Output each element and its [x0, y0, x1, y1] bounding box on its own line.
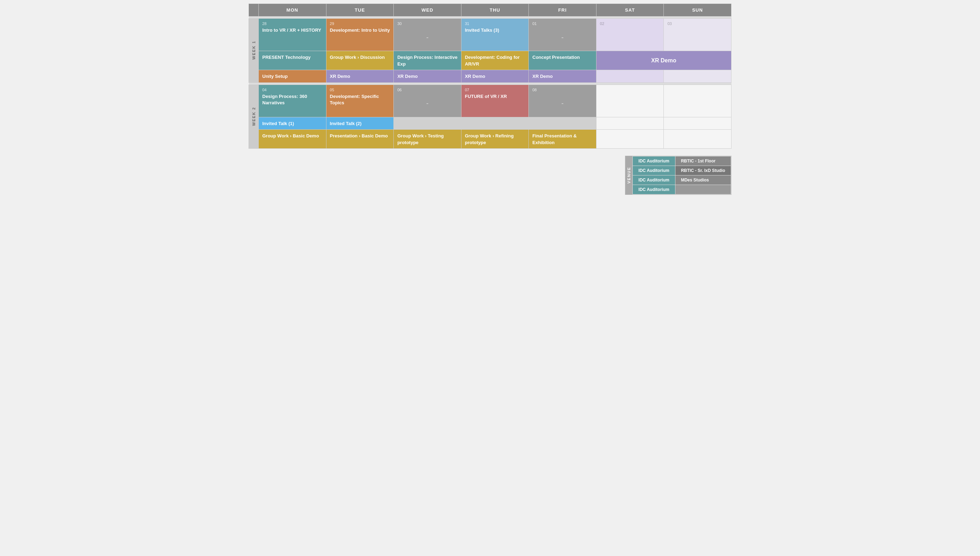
- w1r2-thu: Development: Coding for AR/VR: [461, 51, 529, 70]
- header-row: MON TUE WED THU FRI SAT SUN: [249, 4, 732, 16]
- w2r3-fri: Final Presentation & Exhibition: [529, 130, 596, 149]
- week1-label: WEEK 1: [249, 19, 259, 83]
- w2r1-thu: 07 FUTURE of VR / XR: [461, 84, 529, 117]
- header-sat: SAT: [596, 4, 664, 16]
- w2r2-sat: [596, 117, 664, 130]
- venue-label: VENUE: [625, 156, 632, 194]
- w2r1-wed-dash: -: [397, 93, 458, 114]
- w1r2-fri-title: Concept Presentation: [532, 55, 580, 60]
- w2r1-tue: 05 Development: Specific Topics: [326, 84, 394, 117]
- w1r1-sun-num: 03: [667, 21, 727, 26]
- w1r1-tue: 29 Development: Intro to Unity: [326, 19, 394, 51]
- week1-row3: Unity Setup XR Demo XR Demo XR Demo XR D…: [249, 70, 732, 83]
- legend-table: IDC Auditorium RBTIC - 1st Floor IDC Aud…: [632, 156, 731, 194]
- w1r1-sat: 02: [596, 19, 664, 51]
- legend-r4-right: [675, 185, 731, 194]
- w1r1-sat-num: 02: [600, 21, 660, 26]
- w2r1-wed: 06 -: [394, 84, 462, 117]
- w2r1-fri-num: 08: [532, 88, 593, 92]
- w1r1-sun: 03: [664, 19, 732, 51]
- w1r1-fri: 01 -: [529, 19, 596, 51]
- legend-container: VENUE IDC Auditorium RBTIC - 1st Floor I…: [248, 156, 732, 195]
- w1r2-wed: Design Process: Interactive Exp: [394, 51, 462, 70]
- w1r1-fri-dash: -: [532, 27, 593, 48]
- week2-row2: Invited Talk (1) Invited Talk (2): [249, 117, 732, 130]
- week2-row1: WEEK 2 04 Design Process: 360 Narratives…: [249, 84, 732, 117]
- w1r1-wed-num: 30: [397, 21, 458, 26]
- w2r1-mon-title: Design Process: 360 Narratives: [262, 94, 307, 106]
- header-mon: MON: [259, 4, 326, 16]
- w1r2-xrdemo-title: XR Demo: [651, 57, 676, 63]
- w1r3-wed: XR Demo: [394, 70, 462, 83]
- w1r1-mon: 28 Intro to VR / XR + HISTORY: [259, 19, 326, 51]
- w1r2-tue-title: Group Work › Discussion: [330, 55, 385, 60]
- week1-row1: WEEK 1 28 Intro to VR / XR + HISTORY 29 …: [249, 19, 732, 51]
- w2r1-wed-num: 06: [397, 88, 458, 92]
- header-tue: TUE: [326, 4, 394, 16]
- w1r2-mon-title: PRESENT Technology: [262, 55, 311, 60]
- w1r1-mon-num: 28: [262, 21, 322, 26]
- w2r3-tue-title: Presentation › Basic Demo: [330, 133, 388, 139]
- w1r2-sat-sun: XR Demo: [596, 51, 731, 70]
- legend-r4-left: IDC Auditorium: [633, 185, 675, 194]
- calendar-table: MON TUE WED THU FRI SAT SUN WEEK 1: [248, 3, 732, 149]
- legend-wrapper: VENUE IDC Auditorium RBTIC - 1st Floor I…: [625, 156, 732, 195]
- w2r2-tue-title: Invited Talk (2): [330, 121, 362, 126]
- header-wed: WED: [394, 4, 462, 16]
- w2r1-sat: [596, 84, 664, 117]
- corner-cell: [249, 4, 259, 16]
- w1r2-fri: Concept Presentation: [529, 51, 596, 70]
- legend-r2-right: RBTIC - Sr. IxD Studio: [675, 166, 731, 175]
- w2r1-tue-title: Development: Specific Topics: [330, 94, 379, 106]
- w2r1-thu-title: FUTURE of VR / XR: [465, 94, 507, 99]
- w1r1-wed-dash: -: [397, 27, 458, 48]
- w2r1-mon: 04 Design Process: 360 Narratives: [259, 84, 326, 117]
- w1r3-thu: XR Demo: [461, 70, 529, 83]
- w2r3-sun: [664, 130, 732, 149]
- w1r3-sun: [664, 70, 732, 83]
- w1r3-wed-title: XR Demo: [397, 74, 418, 79]
- week2-label-text: WEEK 2: [252, 107, 256, 126]
- w2r1-sun: [664, 84, 732, 117]
- w1r3-mon: Unity Setup: [259, 70, 326, 83]
- w1r2-tue: Group Work › Discussion: [326, 51, 394, 70]
- w1r1-fri-num: 01: [532, 21, 593, 26]
- w1r1-thu-title: Invited Talks (3): [465, 27, 499, 33]
- w1r1-thu-num: 31: [465, 21, 525, 26]
- w2r2-mon-title: Invited Talk (1): [262, 121, 294, 126]
- w2r3-thu-title: Group Work › Refining prototype: [465, 133, 513, 145]
- legend-r3-right: MDes Studios: [675, 175, 731, 185]
- w2r2-tue: Invited Talk (2): [326, 117, 394, 130]
- w1r3-fri: XR Demo: [529, 70, 596, 83]
- w1r3-sat: [596, 70, 664, 83]
- legend-r1-right: RBTIC - 1st Floor: [675, 157, 731, 166]
- legend-row4: IDC Auditorium: [633, 185, 731, 194]
- week2-label: WEEK 2: [249, 84, 259, 149]
- w1r1-tue-title: Development: Intro to Unity: [330, 27, 390, 33]
- w2r1-tue-num: 05: [330, 88, 390, 92]
- w1r2-mon: PRESENT Technology: [259, 51, 326, 70]
- w1r1-thu: 31 Invited Talks (3): [461, 19, 529, 51]
- w2r1-fri-dash: -: [532, 93, 593, 114]
- w2r3-fri-title: Final Presentation & Exhibition: [532, 133, 577, 145]
- w1r3-thu-title: XR Demo: [465, 74, 486, 79]
- w2r3-mon: Group Work › Basic Demo: [259, 130, 326, 149]
- week1-label-text: WEEK 1: [252, 40, 256, 60]
- w2r3-wed: Group Work › Testing prototype: [394, 130, 462, 149]
- w1r1-wed: 30 -: [394, 19, 462, 51]
- w1r1-mon-title: Intro to VR / XR + HISTORY: [262, 27, 321, 33]
- legend-row3: IDC Auditorium MDes Studios: [633, 175, 731, 185]
- w2r3-mon-title: Group Work › Basic Demo: [262, 133, 319, 139]
- calendar-container: MON TUE WED THU FRI SAT SUN WEEK 1: [245, 0, 735, 198]
- w1r3-mon-title: Unity Setup: [262, 74, 288, 79]
- w1r1-tue-num: 29: [330, 21, 390, 26]
- w1r3-tue: XR Demo: [326, 70, 394, 83]
- w2r1-thu-num: 07: [465, 88, 525, 92]
- w2r2-wed-fri: [394, 117, 596, 130]
- week2-row3: Group Work › Basic Demo Presentation › B…: [249, 130, 732, 149]
- w2r2-sun: [664, 117, 732, 130]
- week1-row2: PRESENT Technology Group Work › Discussi…: [249, 51, 732, 70]
- header-thu: THU: [461, 4, 529, 16]
- w1r3-fri-title: XR Demo: [532, 74, 553, 79]
- header-fri: FRI: [529, 4, 596, 16]
